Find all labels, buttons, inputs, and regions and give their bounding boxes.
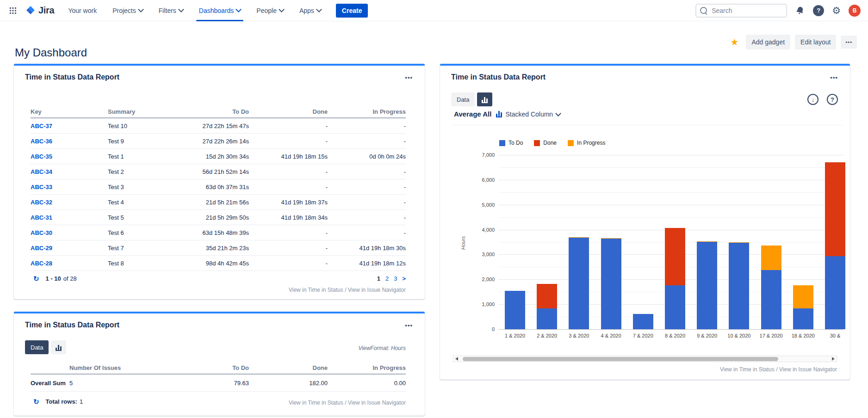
horizontal-scrollbar[interactable] [453,356,837,362]
add-gadget-button[interactable]: Add gadget [746,35,790,49]
gadget-footer-links: View in Time in Status / View in Issue N… [289,287,406,293]
bar-segment-in-progress[interactable] [793,285,813,308]
bar-segment-to-do[interactable] [761,270,781,329]
create-button[interactable]: Create [336,4,368,18]
bar-segment-to-do[interactable] [665,285,685,329]
cell-key: ABC-30 [31,229,108,236]
favorite-star-icon[interactable]: ★ [728,36,742,49]
page-link-3[interactable]: 3 [394,275,397,282]
gadget-time-in-status-chart: Time in Status Data Report ••• Data ↓ ? … [440,64,850,380]
chart-help-icon[interactable]: ? [827,94,838,105]
page-link-1[interactable]: 1 [377,275,380,282]
issue-key-link[interactable]: ABC-29 [31,245,52,252]
issue-key-link[interactable]: ABC-31 [31,214,52,221]
bar-segment-to-do[interactable] [633,314,653,329]
scroll-left-arrow-icon[interactable] [453,356,460,362]
data-tab[interactable]: Data [451,92,475,106]
issue-key-link[interactable]: ABC-34 [31,168,52,175]
cell-done: - [249,229,328,236]
issue-key-link[interactable]: ABC-35 [31,153,52,160]
cell-summary: Test 7 [108,245,193,252]
view-in-time-in-status-link[interactable]: View in Time in Status [289,287,343,293]
issue-key-link[interactable]: ABC-33 [31,184,52,191]
cell-summary: Test 2 [108,168,193,175]
cell-summary: Test 3 [108,184,193,191]
gadget-more-icon[interactable]: ••• [403,72,415,83]
pagination-range: 1 - 10 [46,275,61,282]
next-page-icon[interactable]: > [402,275,406,282]
bar-segment-in-progress[interactable] [569,237,589,238]
refresh-icon[interactable]: ↻ [31,275,42,283]
notifications-bell-icon[interactable] [795,6,805,16]
issue-key-link[interactable]: ABC-32 [31,199,52,206]
help-icon[interactable]: ? [813,5,824,16]
bar-segment-to-do[interactable] [697,242,717,329]
bar-segment-to-do[interactable] [825,256,845,329]
jira-logo[interactable]: Jira [25,5,54,16]
top-navigation: Jira Your workProjectsFiltersDashboardsP… [0,0,868,21]
cell-inprogress: - [328,199,406,206]
jira-wordmark: Jira [38,5,54,16]
chart-tab[interactable] [477,92,492,106]
view-in-time-in-status-link[interactable]: View in Time in Status [720,366,775,373]
bar-segment-done[interactable] [537,284,557,308]
edit-layout-button[interactable]: Edit layout [795,35,836,49]
bar-segment-done[interactable] [665,228,685,285]
jira-logo-icon [25,5,36,16]
search-input[interactable] [711,6,782,15]
dashboard-more-icon[interactable]: ••• [841,36,857,49]
issue-key-link[interactable]: ABC-28 [31,260,52,267]
bar-segment-in-progress[interactable] [697,241,717,242]
nav-right-cluster: ? ⚙ B [695,4,861,18]
scrollbar-thumb[interactable] [463,357,778,361]
y-tick-label: 5,000 [454,202,495,208]
bar-segment-in-progress[interactable] [601,238,621,239]
chart-type-dropdown[interactable]: Stacked Column [496,111,560,118]
cell-done: - [249,184,328,191]
page-link-2[interactable]: 2 [385,275,389,282]
chart-tab[interactable] [51,340,66,354]
x-tick-label: 4 & 2020 [595,333,627,338]
bar-segment-to-do[interactable] [537,308,557,329]
nav-item-filters[interactable]: Filters [159,0,183,21]
bar-segment-to-do[interactable] [569,238,589,329]
bar-segment-to-do[interactable] [601,239,621,329]
view-in-time-in-status-link[interactable]: View in Time in Status [289,400,343,406]
cell-summary: Test 8 [108,260,193,267]
nav-item-dashboards[interactable]: Dashboards [199,0,241,21]
view-in-issue-navigator-link[interactable]: View in Issue Navigator [348,400,406,406]
y-tick-label: 1,000 [454,301,495,307]
issue-key-link[interactable]: ABC-36 [31,138,52,145]
pagination-total: of 28 [63,275,77,282]
user-avatar[interactable]: B [849,5,861,17]
app-switcher-icon[interactable] [7,5,19,16]
link-separator: / [343,287,348,293]
download-chart-icon[interactable]: ↓ [807,94,818,105]
gadget-more-icon[interactable]: ••• [403,320,415,331]
nav-item-your-work[interactable]: Your work [68,0,97,21]
nav-item-people[interactable]: People [256,0,284,21]
data-tab[interactable]: Data [25,340,49,354]
gridline [498,329,843,330]
view-in-issue-navigator-link[interactable]: View in Issue Navigator [348,287,406,293]
nav-item-projects[interactable]: Projects [112,0,143,21]
nav-item-apps[interactable]: Apps [299,0,321,21]
x-tick-label: 3 & 2020 [563,333,595,338]
bar-segment-to-do[interactable] [729,243,749,329]
bar-segment-in-progress[interactable] [729,242,749,243]
cell-inprogress: 41d 19h 18m 30s [328,245,406,252]
scroll-right-arrow-icon[interactable] [830,356,837,362]
refresh-icon[interactable]: ↻ [31,398,42,406]
bar-segment-in-progress[interactable] [761,246,781,270]
view-format-label: ViewFormat: Hours [359,345,406,351]
gadget-more-icon[interactable]: ••• [828,72,840,83]
settings-gear-icon[interactable]: ⚙ [832,6,841,15]
gadget-title: Time in Status Data Report [25,321,119,329]
view-in-issue-navigator-link[interactable]: View in Issue Navigator [779,366,837,373]
bar-segment-to-do[interactable] [793,308,813,329]
bar-segment-done[interactable] [825,162,845,256]
issue-key-link[interactable]: ABC-30 [31,229,52,236]
legend-item-in-progress: In Progress [568,140,605,146]
issue-key-link[interactable]: ABC-37 [31,123,52,129]
bar-segment-to-do[interactable] [505,291,525,329]
